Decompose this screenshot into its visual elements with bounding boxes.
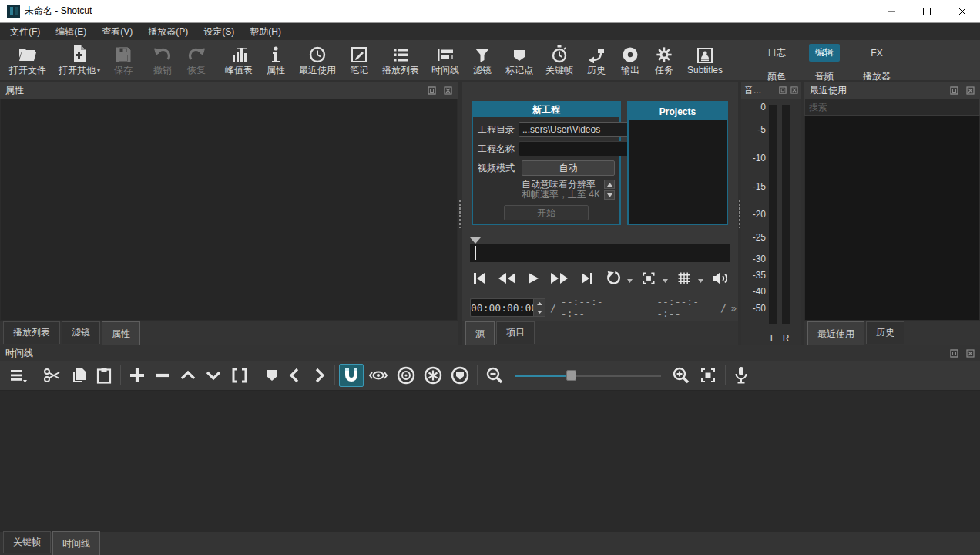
skip-previous-button[interactable] bbox=[467, 269, 492, 288]
subtitles-button[interactable]: Subtitles bbox=[681, 41, 729, 79]
splitter-left[interactable] bbox=[458, 82, 462, 345]
maximize-button[interactable] bbox=[909, 0, 945, 22]
toolbar-extension-button[interactable]: » bbox=[731, 302, 735, 314]
open-other-button[interactable]: 打开其他 ▾ bbox=[52, 41, 106, 79]
close-panel-icon[interactable] bbox=[966, 349, 975, 358]
rewind-button[interactable] bbox=[493, 269, 521, 288]
timeline-tracks-area[interactable] bbox=[0, 390, 980, 532]
properties-button[interactable]: 属性 bbox=[259, 41, 293, 79]
menu-help[interactable]: 帮助(H) bbox=[243, 23, 288, 41]
menu-player[interactable]: 播放器(P) bbox=[141, 23, 195, 41]
float-panel-icon[interactable] bbox=[950, 349, 958, 358]
spin-up-icon[interactable] bbox=[534, 299, 545, 308]
layout-fx[interactable]: FX bbox=[864, 45, 888, 61]
tab-filters[interactable]: 滤镜 bbox=[62, 321, 100, 344]
layout-color[interactable]: 颜色 bbox=[761, 68, 792, 86]
peak-meter-button[interactable]: 峰值表 bbox=[219, 41, 259, 79]
zoom-dropdown-icon[interactable] bbox=[663, 279, 668, 283]
ripple-button[interactable] bbox=[393, 363, 419, 388]
float-panel-icon[interactable] bbox=[779, 86, 787, 94]
notes-button[interactable]: 笔记 bbox=[342, 41, 376, 79]
recent-button[interactable]: 最近使用 bbox=[293, 41, 342, 79]
layout-player[interactable]: 播放器 bbox=[857, 68, 897, 86]
ripple-delete-button[interactable] bbox=[150, 364, 175, 387]
marker-button[interactable] bbox=[261, 365, 283, 386]
zoom-timeline-fit-button[interactable] bbox=[695, 363, 721, 388]
markers-button[interactable]: 标记点 bbox=[499, 41, 539, 79]
timeline-zoom-slider[interactable] bbox=[515, 368, 661, 383]
spin-up-icon[interactable] bbox=[604, 180, 615, 189]
video-mode-button[interactable]: 自动 bbox=[522, 160, 615, 176]
ripple-all-tracks-button[interactable] bbox=[420, 363, 446, 388]
float-panel-icon[interactable] bbox=[428, 86, 436, 95]
skip-next-button[interactable] bbox=[575, 269, 599, 288]
close-panel-icon[interactable] bbox=[966, 86, 975, 95]
loop-dropdown-icon[interactable] bbox=[627, 279, 633, 283]
menu-view[interactable]: 查看(V) bbox=[95, 23, 139, 41]
ripple-markers-button[interactable] bbox=[447, 363, 473, 388]
zoom-fit-button[interactable] bbox=[636, 267, 661, 289]
playlist-button[interactable]: 播放列表 bbox=[376, 41, 425, 79]
play-button[interactable] bbox=[522, 269, 544, 288]
tab-playlist[interactable]: 播放列表 bbox=[3, 321, 60, 344]
export-button[interactable]: 输出 bbox=[613, 41, 647, 79]
video-mode-spinner[interactable] bbox=[604, 180, 615, 200]
menu-edit[interactable]: 编辑(E) bbox=[49, 23, 93, 41]
layout-editing[interactable]: 编辑 bbox=[809, 44, 840, 62]
scrub-track[interactable] bbox=[470, 244, 730, 262]
lift-button[interactable] bbox=[176, 364, 200, 387]
layout-logging[interactable]: 日志 bbox=[761, 44, 792, 62]
redo-button[interactable]: 恢复 bbox=[180, 41, 213, 79]
grid-dropdown-icon[interactable] bbox=[698, 279, 703, 283]
jobs-button[interactable]: 任务 bbox=[647, 41, 681, 79]
recent-list[interactable] bbox=[804, 116, 980, 321]
filters-button[interactable]: 滤镜 bbox=[465, 41, 499, 79]
undo-button[interactable]: 撤销 bbox=[146, 41, 180, 79]
tab-history[interactable]: 历史 bbox=[866, 321, 904, 344]
copy-button[interactable] bbox=[66, 364, 91, 387]
menu-file[interactable]: 文件(F) bbox=[3, 23, 47, 41]
append-button[interactable] bbox=[125, 364, 149, 387]
tab-properties[interactable]: 属性 bbox=[102, 321, 140, 345]
spin-down-icon[interactable] bbox=[534, 308, 545, 316]
record-audio-button[interactable] bbox=[730, 363, 753, 388]
zoom-out-button[interactable] bbox=[482, 363, 508, 388]
history-button[interactable]: 历史 bbox=[579, 41, 613, 79]
minimize-button[interactable] bbox=[874, 0, 909, 22]
volume-button[interactable] bbox=[707, 268, 733, 288]
playhead-icon[interactable] bbox=[470, 237, 481, 244]
projects-list[interactable] bbox=[629, 120, 727, 224]
tab-timeline[interactable]: 时间线 bbox=[52, 531, 100, 555]
slider-thumb[interactable] bbox=[566, 370, 576, 381]
cut-button[interactable] bbox=[39, 364, 65, 387]
scrub-while-dragging-button[interactable] bbox=[364, 364, 392, 387]
menu-settings[interactable]: 设定(S) bbox=[196, 23, 241, 41]
spin-down-icon[interactable] bbox=[604, 190, 615, 200]
tab-keyframes[interactable]: 关键帧 bbox=[3, 531, 51, 553]
keyframes-button[interactable]: 关键帧 bbox=[539, 41, 579, 79]
overwrite-button[interactable] bbox=[201, 364, 226, 387]
timecode-spinner[interactable] bbox=[533, 298, 545, 317]
next-marker-button[interactable] bbox=[307, 364, 331, 387]
tab-source[interactable]: 源 bbox=[465, 321, 495, 345]
close-button[interactable] bbox=[945, 0, 980, 22]
timeline-menu-button[interactable] bbox=[5, 364, 31, 387]
snap-button[interactable] bbox=[339, 364, 364, 387]
grid-button[interactable] bbox=[672, 267, 696, 289]
layout-audio[interactable]: 音频 bbox=[809, 68, 840, 86]
position-timecode-input[interactable] bbox=[470, 298, 533, 317]
recent-search-input[interactable] bbox=[804, 99, 980, 116]
start-button[interactable]: 开始 bbox=[504, 205, 589, 220]
fast-forward-button[interactable] bbox=[545, 269, 573, 288]
float-panel-icon[interactable] bbox=[950, 86, 958, 95]
splitter-recent[interactable] bbox=[801, 82, 804, 345]
split-button[interactable] bbox=[227, 364, 253, 387]
zoom-in-button[interactable] bbox=[668, 363, 694, 388]
tab-recent[interactable]: 最近使用 bbox=[807, 321, 864, 345]
tab-project[interactable]: 项目 bbox=[496, 321, 535, 344]
loop-button[interactable] bbox=[601, 267, 626, 289]
close-panel-icon[interactable] bbox=[444, 86, 452, 95]
open-file-button[interactable]: 打开文件 bbox=[3, 41, 52, 79]
player-scrubber[interactable] bbox=[470, 238, 730, 262]
close-panel-icon[interactable] bbox=[790, 86, 798, 94]
